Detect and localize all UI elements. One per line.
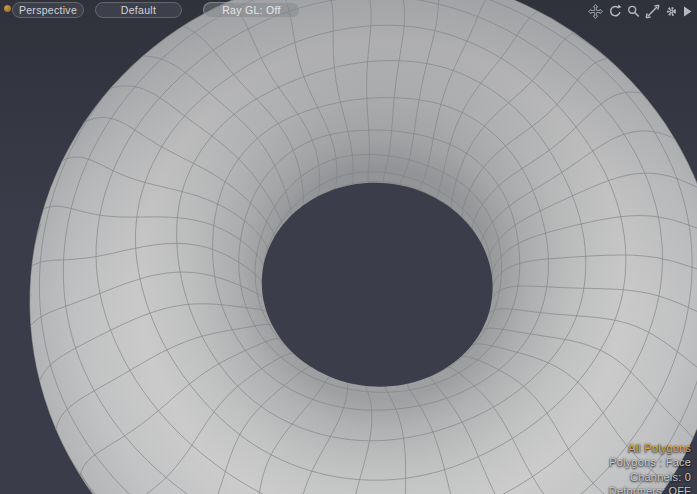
perspective-view-button[interactable]: Perspective (12, 2, 84, 18)
rotate-view-icon[interactable] (606, 3, 622, 19)
move-view-icon[interactable] (587, 3, 603, 19)
status-polygons-mode: Polygons : Face (609, 455, 691, 470)
status-channels: Channels: 0 (609, 470, 691, 485)
viewport-menu-arrow-icon[interactable] (682, 3, 692, 19)
ray-gl-toggle-button[interactable]: Ray GL: Off (203, 2, 300, 18)
viewport-nav-icons (587, 3, 692, 19)
status-deformers: Deformers: OFF (609, 484, 691, 494)
status-all-polygons: All Polygons (609, 441, 691, 456)
3d-viewport[interactable]: Perspective Default Ray GL: Off (0, 0, 697, 494)
selection-status-block: All Polygons Polygons : Face Channels: 0… (609, 441, 691, 494)
viewport-indicator-dot[interactable] (4, 5, 11, 12)
maximize-viewport-icon[interactable] (644, 3, 660, 19)
shading-default-button[interactable]: Default (95, 2, 182, 18)
viewport-3d-scene[interactable] (0, 0, 697, 494)
viewport-settings-gear-icon[interactable] (663, 3, 679, 19)
zoom-view-icon[interactable] (625, 3, 641, 19)
